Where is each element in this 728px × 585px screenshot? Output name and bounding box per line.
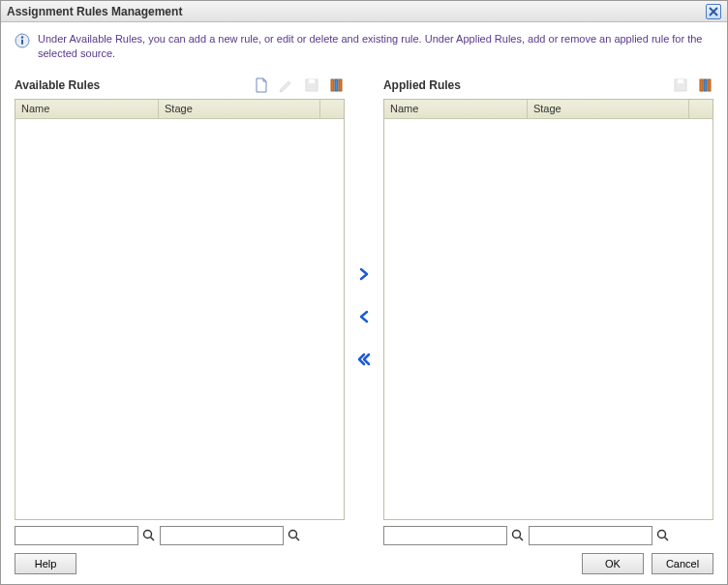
- applied-header: Applied Rules: [383, 76, 713, 95]
- button-row: Help OK Cancel: [1, 549, 727, 584]
- dialog-title: Assignment Rules Management: [7, 5, 182, 18]
- save-icon: [673, 77, 688, 93]
- svg-point-15: [289, 531, 297, 539]
- applied-col-name[interactable]: Name: [384, 100, 528, 118]
- available-name-search-input[interactable]: [15, 526, 138, 545]
- svg-point-17: [512, 531, 520, 539]
- chevron-right-icon: [357, 267, 371, 281]
- transfer-controls: [345, 76, 383, 520]
- columns-icon: [329, 77, 345, 93]
- applied-name-search-input[interactable]: [383, 526, 507, 545]
- svg-point-1: [21, 36, 23, 38]
- svg-line-14: [151, 538, 155, 541]
- applied-panel: Applied Rules: [383, 76, 713, 520]
- move-right-button[interactable]: [354, 264, 374, 284]
- search-icon: [656, 529, 670, 542]
- info-icon: [15, 33, 30, 48]
- applied-columns-button[interactable]: [698, 77, 713, 93]
- available-header: Available Rules: [15, 76, 345, 95]
- applied-title: Applied Rules: [383, 78, 461, 92]
- info-text: Under Available Rules, you can add a new…: [38, 32, 713, 62]
- applied-search: [383, 526, 713, 545]
- svg-rect-7: [339, 79, 342, 91]
- available-search: [15, 526, 345, 545]
- available-table-body: [15, 119, 344, 519]
- svg-point-19: [657, 531, 665, 539]
- pencil-icon: [279, 77, 294, 93]
- applied-stage-search-button[interactable]: [656, 529, 670, 542]
- chevron-left-icon: [357, 310, 371, 323]
- applied-col-end: [689, 100, 713, 118]
- applied-name-search-button[interactable]: [511, 529, 525, 542]
- search-spacer: [345, 526, 383, 545]
- columns-button[interactable]: [329, 77, 345, 93]
- move-all-left-button[interactable]: [354, 350, 374, 369]
- columns-icon: [698, 77, 713, 93]
- right-buttons: OK Cancel: [582, 553, 713, 574]
- applied-col-stage[interactable]: Stage: [528, 100, 689, 118]
- dialog: Assignment Rules Management Under Availa…: [0, 0, 728, 585]
- svg-rect-9: [678, 79, 683, 83]
- content: Available Rules: [1, 66, 727, 520]
- svg-rect-5: [331, 79, 334, 91]
- available-col-end: [320, 100, 344, 118]
- available-col-name[interactable]: Name: [15, 100, 159, 118]
- available-title: Available Rules: [15, 78, 100, 92]
- cancel-button[interactable]: Cancel: [652, 553, 713, 574]
- save-rule-button: [304, 77, 319, 93]
- document-icon: [254, 77, 269, 93]
- applied-table[interactable]: Name Stage: [383, 99, 713, 520]
- applied-stage-search-input[interactable]: [529, 526, 652, 545]
- applied-table-header: Name Stage: [384, 100, 713, 119]
- svg-rect-10: [700, 79, 703, 91]
- available-table-header: Name Stage: [15, 100, 344, 119]
- svg-rect-4: [309, 79, 315, 83]
- svg-rect-11: [704, 79, 707, 91]
- ok-button[interactable]: OK: [582, 553, 644, 574]
- new-rule-button[interactable]: [254, 77, 269, 93]
- edit-rule-button: [279, 77, 294, 93]
- svg-point-13: [144, 531, 152, 539]
- help-button[interactable]: Help: [15, 553, 76, 574]
- chevron-double-left-icon: [357, 353, 371, 366]
- applied-toolbar: [673, 77, 713, 93]
- svg-rect-12: [708, 79, 711, 91]
- available-name-search-button[interactable]: [142, 529, 156, 542]
- available-stage-search-button[interactable]: [288, 529, 301, 542]
- svg-rect-6: [335, 79, 338, 91]
- available-toolbar: [254, 77, 345, 93]
- search-row: [1, 520, 727, 549]
- close-icon: [709, 7, 718, 16]
- search-icon: [511, 529, 525, 542]
- search-icon: [142, 529, 156, 542]
- info-row: Under Available Rules, you can add a new…: [1, 22, 727, 66]
- applied-table-body: [384, 119, 713, 519]
- svg-line-18: [519, 538, 523, 541]
- svg-rect-2: [21, 40, 23, 45]
- available-col-stage[interactable]: Stage: [159, 100, 320, 118]
- save-icon: [304, 77, 319, 93]
- applied-save-button: [673, 77, 688, 93]
- titlebar: Assignment Rules Management: [1, 1, 727, 22]
- move-left-button[interactable]: [354, 307, 374, 326]
- search-icon: [288, 529, 301, 542]
- available-table[interactable]: Name Stage: [15, 99, 345, 520]
- svg-line-20: [664, 538, 668, 541]
- available-stage-search-input[interactable]: [160, 526, 284, 545]
- svg-line-16: [296, 538, 300, 541]
- close-button[interactable]: [706, 4, 721, 19]
- available-panel: Available Rules: [15, 76, 345, 520]
